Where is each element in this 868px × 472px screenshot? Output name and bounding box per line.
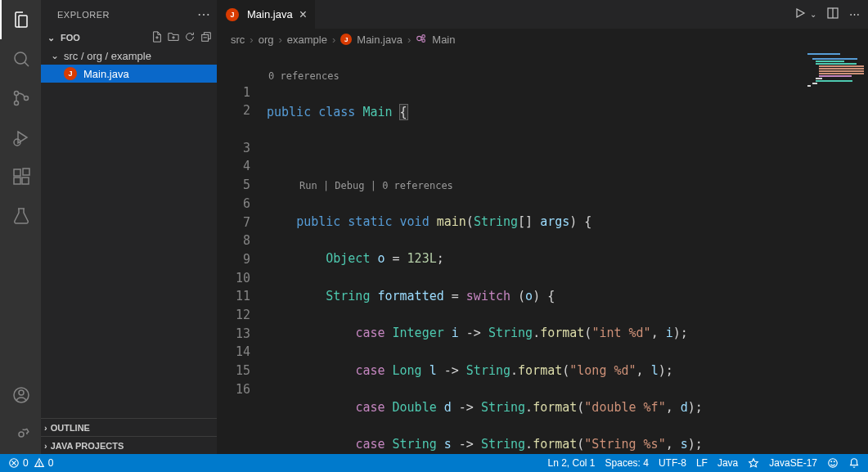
tree-file[interactable]: J Main.java: [41, 65, 217, 83]
new-file-icon[interactable]: [151, 31, 163, 45]
tabs-bar: J Main.java × ⌄ ⋯: [218, 0, 868, 29]
close-icon[interactable]: ×: [299, 7, 307, 22]
chevron-down-icon: ⌄: [44, 33, 57, 43]
more-actions-icon[interactable]: ⋯: [849, 8, 860, 20]
tree-folder[interactable]: ⌄ src / org / example: [41, 47, 217, 65]
status-eol[interactable]: LF: [696, 457, 708, 469]
line-numbers: 1 2 3 4 5 6 7 8 9 10 11 12 13 14 15 16: [218, 50, 267, 454]
chevron-right-icon: ›: [278, 34, 281, 46]
split-editor-icon[interactable]: [826, 7, 839, 22]
java-file-icon: J: [340, 34, 352, 45]
activity-explorer[interactable]: [0, 0, 41, 39]
svg-rect-8: [14, 178, 20, 184]
svg-point-35: [831, 461, 832, 462]
activity-search[interactable]: [0, 39, 41, 79]
status-warnings[interactable]: 0: [34, 457, 54, 469]
status-language[interactable]: Java: [717, 457, 738, 469]
svg-point-34: [829, 459, 838, 468]
file-name-label: Main.java: [83, 68, 129, 80]
crumb[interactable]: org: [259, 34, 274, 46]
svg-point-0: [15, 52, 26, 64]
chevron-right-icon: ›: [332, 34, 335, 46]
status-jdk[interactable]: JavaSE-17: [769, 457, 817, 469]
java-projects-section[interactable]: › JAVA PROJECTS: [41, 436, 217, 454]
chevron-down-icon: ⌄: [51, 50, 61, 61]
activity-settings[interactable]: [0, 415, 41, 454]
java-file-icon: J: [226, 8, 239, 21]
sidebar-explorer: EXPLORER ⋯ ⌄ FOO ⌄ src / org / example J…: [41, 0, 218, 454]
svg-line-1: [25, 62, 29, 66]
activity-testing[interactable]: [0, 196, 41, 236]
svg-rect-10: [23, 169, 29, 175]
svg-marker-5: [18, 132, 27, 143]
editor-area[interactable]: 1 2 3 4 5 6 7 8 9 10 11 12 13 14 15 16 0…: [218, 50, 868, 454]
minimap[interactable]: [803, 50, 868, 454]
editor-group: J Main.java × ⌄ ⋯ src › org › example › …: [218, 0, 868, 454]
crumb[interactable]: Main.java: [357, 34, 403, 46]
svg-line-27: [421, 37, 422, 38]
run-icon[interactable]: [794, 7, 807, 22]
svg-point-13: [19, 390, 24, 395]
breadcrumbs[interactable]: src › org › example › J Main.java › Main: [218, 29, 868, 50]
svg-point-26: [422, 38, 425, 42]
folder-section-header[interactable]: ⌄ FOO: [41, 29, 217, 47]
crumb[interactable]: example: [287, 34, 327, 46]
activity-bar: [0, 0, 41, 454]
activity-accounts[interactable]: [0, 375, 41, 415]
status-cursor-position[interactable]: Ln 2, Col 1: [548, 457, 596, 469]
status-java-ready-icon[interactable]: [748, 457, 759, 469]
folder-path-label: src / org / example: [64, 50, 151, 62]
collapse-all-icon[interactable]: [200, 31, 212, 45]
crumb[interactable]: src: [231, 34, 245, 46]
activity-extensions[interactable]: [0, 157, 41, 196]
svg-point-33: [38, 465, 39, 465]
sidebar-more-icon[interactable]: ⋯: [197, 7, 211, 22]
new-folder-icon[interactable]: [168, 31, 179, 45]
codelens-references[interactable]: 0 references: [267, 69, 803, 85]
chevron-right-icon: ›: [250, 34, 253, 46]
sidebar-title: EXPLORER: [57, 10, 110, 20]
outline-section[interactable]: › OUTLINE: [41, 418, 217, 436]
svg-rect-7: [14, 169, 20, 176]
svg-line-28: [421, 38, 422, 39]
run-dropdown-icon[interactable]: ⌄: [810, 10, 816, 19]
svg-point-24: [417, 36, 421, 40]
status-feedback-icon[interactable]: [827, 457, 839, 469]
chevron-right-icon: ›: [44, 423, 47, 433]
status-errors[interactable]: 0: [8, 457, 29, 469]
refresh-icon[interactable]: [184, 31, 196, 45]
svg-point-2: [15, 92, 19, 96]
svg-point-25: [422, 34, 425, 38]
chevron-right-icon: ›: [44, 441, 47, 451]
crumb[interactable]: Main: [432, 34, 455, 46]
status-encoding[interactable]: UTF-8: [659, 457, 686, 469]
svg-point-14: [19, 432, 24, 437]
class-symbol-icon: [416, 33, 427, 47]
activity-source-control[interactable]: [0, 79, 41, 118]
tab-title: Main.java: [247, 8, 293, 20]
svg-point-36: [834, 461, 834, 462]
codelens-run-debug[interactable]: Run | Debug | 0 references: [267, 178, 803, 194]
svg-point-3: [15, 101, 19, 106]
svg-point-4: [25, 97, 29, 101]
svg-marker-21: [797, 9, 804, 17]
java-file-icon: J: [64, 67, 77, 80]
tab-main-java[interactable]: J Main.java ×: [218, 0, 316, 29]
activity-run-debug[interactable]: [0, 118, 41, 157]
svg-rect-9: [22, 178, 29, 184]
code-content[interactable]: 0 references public class Main { Run | D…: [267, 50, 803, 454]
status-bar: 0 0 Ln 2, Col 1 Spaces: 4 UTF-8 LF Java …: [0, 454, 868, 472]
status-indentation[interactable]: Spaces: 4: [605, 457, 649, 469]
status-notifications-icon[interactable]: [848, 457, 860, 469]
chevron-right-icon: ›: [407, 34, 411, 46]
folder-name: FOO: [61, 33, 80, 43]
